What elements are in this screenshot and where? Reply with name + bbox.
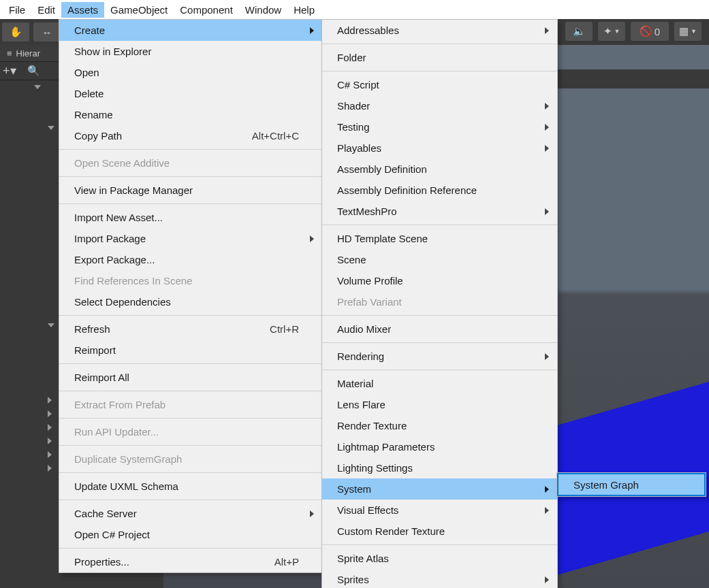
assets-menu-item[interactable]: View in Package Manager — [59, 180, 322, 201]
menu-help[interactable]: Help — [287, 2, 321, 18]
chevron-right-icon — [545, 576, 549, 583]
chevron-right-icon — [545, 353, 549, 360]
assets-menu-item[interactable]: Delete — [59, 83, 322, 104]
separator — [322, 315, 557, 316]
system-menu-item[interactable]: System Graph — [557, 473, 706, 496]
menu-assets[interactable]: Assets — [61, 2, 104, 18]
menu-item-label: Reimport — [74, 344, 116, 356]
create-menu-item[interactable]: Scene — [322, 249, 557, 270]
search-icon[interactable]: 🔍 — [27, 65, 40, 77]
create-menu-item[interactable]: Render Texture — [322, 415, 557, 436]
chevron-right-icon — [545, 124, 549, 131]
menu-item-label: Audio Mixer — [337, 323, 391, 335]
separator — [322, 544, 557, 545]
create-menu-item[interactable]: Custom Render Texture — [322, 521, 557, 542]
menu-item-label: HD Template Scene — [337, 233, 428, 244]
chevron-down-icon: ▼ — [691, 28, 697, 35]
separator — [322, 44, 557, 44]
chevron-right-icon — [310, 510, 314, 517]
create-menu-item[interactable]: Rendering — [322, 346, 557, 367]
create-menu-item[interactable]: C# Script — [322, 74, 557, 95]
menu-window[interactable]: Window — [239, 2, 287, 18]
grid-toggle[interactable]: ▦▼ — [674, 22, 702, 41]
chevron-right-icon — [545, 507, 549, 514]
separator — [59, 500, 322, 500]
assets-menu-item[interactable]: Import New Asset... — [59, 207, 322, 228]
menu-item-label: Testing — [337, 121, 370, 133]
chevron-right-icon[interactable] — [48, 397, 52, 404]
create-menu-item[interactable]: Shader — [322, 95, 557, 116]
assets-menu-item[interactable]: Open C# Project — [59, 524, 322, 545]
add-button[interactable]: +▾ — [3, 63, 16, 78]
menu-shortcut: Ctrl+R — [249, 323, 299, 335]
chevron-down-icon[interactable] — [34, 85, 41, 89]
create-menu-item[interactable]: Visual Effects — [322, 500, 557, 521]
assets-menu-item[interactable]: Show in Explorer — [59, 41, 322, 62]
menu-shortcut: Alt+P — [254, 556, 299, 568]
assets-menu-item[interactable]: Reimport — [59, 340, 322, 361]
create-menu-item[interactable]: Assembly Definition — [322, 159, 557, 180]
assets-menu: CreateShow in ExplorerOpenDeleteRenameCo… — [59, 19, 323, 573]
assets-menu-item[interactable]: Cache Server — [59, 503, 322, 524]
menu-item-label: Extract From Prefab — [74, 399, 166, 410]
assets-menu-item[interactable]: Reimport All — [59, 367, 322, 388]
assets-menu-item[interactable]: Open — [59, 62, 322, 83]
create-menu-item[interactable]: HD Template Scene — [322, 228, 557, 249]
menu-edit[interactable]: Edit — [31, 2, 61, 18]
create-menu-item[interactable]: System — [322, 478, 557, 500]
hand-tool-button[interactable]: ✋ — [2, 22, 29, 42]
create-menu-item[interactable]: Lens Flare — [322, 394, 557, 415]
create-menu-item[interactable]: Sprites — [322, 569, 557, 588]
chevron-right-icon[interactable] — [48, 424, 52, 431]
chevron-right-icon[interactable] — [48, 451, 52, 458]
assets-menu-item: Find References In Scene — [59, 270, 322, 291]
separator — [59, 548, 322, 549]
assets-menu-item[interactable]: Rename — [59, 104, 322, 125]
menu-item-label: Render Texture — [337, 420, 407, 431]
chevron-right-icon[interactable] — [48, 410, 52, 417]
visibility-toggle[interactable]: 🚫0 — [631, 22, 669, 41]
create-menu-item[interactable]: Volume Profile — [322, 270, 557, 291]
chevron-down-icon[interactable] — [48, 126, 54, 130]
create-menu-item[interactable]: Lighting Settings — [322, 457, 557, 478]
chevron-right-icon — [545, 27, 549, 34]
assets-menu-item[interactable]: Properties...Alt+P — [59, 551, 322, 572]
assets-menu-item[interactable]: Select Dependencies — [59, 291, 322, 312]
menu-item-label: Shader — [337, 100, 370, 112]
create-menu-item[interactable]: Sprite Atlas — [322, 548, 557, 569]
create-menu-item[interactable]: Audio Mixer — [322, 318, 557, 340]
create-menu-item[interactable]: Folder — [322, 47, 557, 68]
assets-menu-item[interactable]: RefreshCtrl+R — [59, 318, 322, 340]
assets-menu-item[interactable]: Copy PathAlt+Ctrl+C — [59, 125, 322, 146]
menu-file[interactable]: File — [3, 2, 31, 18]
chevron-right-icon[interactable] — [48, 465, 52, 472]
assets-menu-item[interactable]: Import Package — [59, 228, 322, 249]
audio-toggle[interactable]: 🔈 — [565, 22, 593, 41]
assets-menu-item[interactable]: Update UXML Schema — [59, 476, 322, 497]
create-menu-item[interactable]: Addressables — [322, 20, 557, 41]
assets-menu-item[interactable]: Create — [59, 20, 322, 41]
create-menu-item[interactable]: Playables — [322, 137, 557, 159]
menu-component[interactable]: Component — [174, 2, 239, 18]
chevron-right-icon — [545, 208, 549, 215]
chevron-right-icon[interactable] — [48, 438, 52, 444]
menu-gameobject[interactable]: GameObject — [104, 2, 174, 18]
create-menu-item[interactable]: TextMeshPro — [322, 201, 557, 222]
move-tool-button[interactable]: ↔ — [33, 22, 61, 42]
assets-menu-item[interactable]: Export Package... — [59, 249, 322, 270]
create-menu-item[interactable]: Material — [322, 373, 557, 394]
separator — [59, 363, 322, 364]
create-menu-item[interactable]: Testing — [322, 116, 557, 137]
menu-item-label: Assembly Definition Reference — [337, 184, 477, 196]
speaker-icon: 🔈 — [573, 25, 586, 37]
separator — [59, 391, 322, 391]
menu-item-label: Find References In Scene — [74, 275, 192, 287]
chevron-down-icon: ▼ — [614, 28, 620, 35]
chevron-down-icon[interactable] — [48, 323, 54, 327]
create-menu-item[interactable]: Assembly Definition Reference — [322, 180, 557, 201]
menu-item-label: Open C# Project — [74, 529, 150, 540]
fx-toggle[interactable]: ✦▼ — [598, 22, 625, 41]
assets-menu-item: Duplicate SystemGraph — [59, 448, 322, 470]
create-menu-item[interactable]: Lightmap Parameters — [322, 436, 557, 457]
menu-item-label: Lighting Settings — [337, 462, 413, 474]
